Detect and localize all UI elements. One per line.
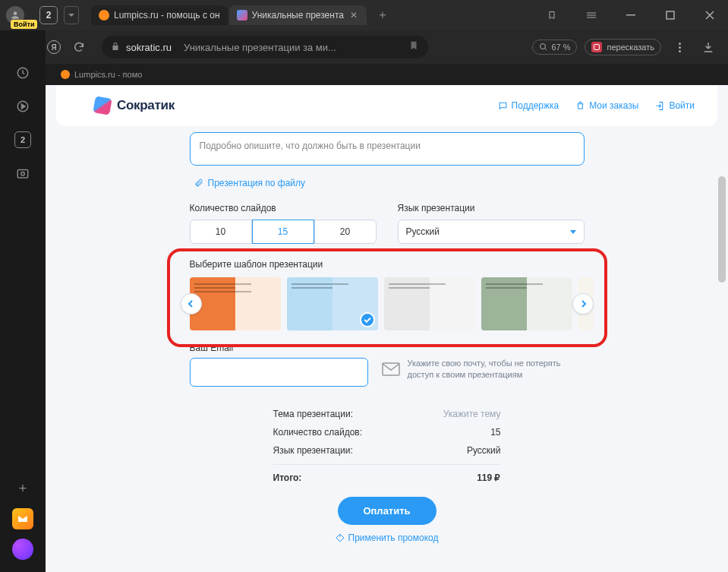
svg-rect-3	[626, 14, 635, 16]
tab-title: Уникальные презента	[252, 10, 344, 21]
add-panel-icon[interactable]: +	[12, 478, 33, 499]
bookmark-header-icon[interactable]	[540, 3, 564, 27]
pinned-tab-title[interactable]: Lumpics.ru - помо	[74, 70, 142, 79]
history-icon[interactable]	[12, 62, 33, 84]
new-tab-button[interactable]: +	[373, 5, 392, 25]
file-upload-link[interactable]: Презентация по файлу	[194, 178, 306, 188]
url-field[interactable]: sokratic.ru Уникальные презентации за ми…	[102, 36, 428, 58]
tabs-dropdown[interactable]	[64, 6, 79, 24]
template-thumbnail[interactable]	[190, 277, 281, 330]
template-label: Выберите шаблон презентации	[190, 259, 585, 270]
email-hint: Укажите свою почту, чтобы не потерять до…	[382, 343, 585, 387]
language-select[interactable]: Русский	[398, 220, 585, 244]
description-textarea[interactable]	[190, 132, 585, 166]
bookmark-icon[interactable]	[408, 40, 419, 54]
svg-point-5	[540, 44, 546, 49]
tag-icon	[336, 533, 345, 542]
lock-icon	[111, 40, 120, 54]
template-thumbnail[interactable]	[384, 277, 475, 330]
menu-icon[interactable]	[579, 3, 604, 27]
slides-count-label: Количество слайдов	[190, 203, 377, 213]
minimize-button[interactable]	[619, 3, 643, 27]
zoom-indicator[interactable]: 67 %	[532, 40, 577, 55]
reload-icon[interactable]	[68, 36, 90, 58]
browser-tab[interactable]: Уникальные презента ✕	[229, 5, 367, 25]
svg-rect-10	[383, 363, 399, 375]
close-button[interactable]	[698, 3, 722, 27]
login-badge[interactable]: Войти	[11, 20, 37, 29]
svg-point-9	[21, 172, 25, 176]
retell-icon	[591, 42, 602, 52]
svg-rect-2	[587, 17, 596, 18]
window-titlebar: Войти 2 Lumpics.ru - помощь с он Уникаль…	[0, 0, 728, 30]
attachment-icon	[194, 179, 203, 188]
pinned-favicon-icon	[61, 70, 70, 79]
retell-button[interactable]: пересказать	[585, 39, 661, 55]
carousel-next-button[interactable]	[572, 293, 594, 314]
tab-favicon-icon	[237, 10, 247, 21]
browser-sidebar: 2 +	[0, 30, 46, 572]
brand[interactable]: Сократик	[94, 97, 175, 114]
tab-counter-sidebar[interactable]: 2	[12, 129, 33, 150]
template-thumbnail[interactable]	[287, 277, 378, 330]
tab-title: Lumpics.ru - помощь с он	[114, 10, 220, 21]
login-link[interactable]: Войти	[655, 100, 695, 111]
pinned-tabs-bar: Lumpics.ru - помо	[46, 64, 728, 85]
email-label: Ваш Email	[190, 343, 368, 353]
orders-link[interactable]: Мои заказы	[575, 100, 638, 111]
slide-option[interactable]: 20	[314, 220, 377, 244]
pay-button[interactable]: Оплатить	[338, 497, 436, 525]
order-summary: Тема презентации:Укажите тему Количество…	[273, 405, 501, 543]
chevron-down-icon	[570, 230, 576, 234]
mail-icon[interactable]	[12, 508, 33, 529]
tab-favicon-icon	[99, 10, 109, 21]
slide-option[interactable]: 15	[252, 220, 314, 244]
template-thumbnail[interactable]	[481, 277, 572, 330]
support-link[interactable]: Поддержка	[498, 100, 559, 111]
mail-icon	[382, 362, 400, 376]
total-value: 119 ₽	[477, 472, 500, 483]
maximize-button[interactable]	[658, 3, 682, 27]
slide-option[interactable]: 10	[190, 220, 252, 244]
check-icon	[360, 312, 375, 327]
svg-rect-8	[17, 170, 28, 179]
brand-logo-icon	[93, 96, 112, 115]
scrollbar[interactable]	[718, 85, 726, 572]
svg-rect-1	[587, 15, 596, 16]
downloads-icon[interactable]	[698, 36, 719, 58]
brand-name: Сократик	[117, 98, 175, 113]
screenshot-icon[interactable]	[12, 163, 33, 184]
total-label: Итого:	[273, 472, 302, 483]
url-domain: sokratic.ru	[126, 42, 172, 53]
alice-icon[interactable]	[12, 539, 33, 560]
email-field[interactable]	[190, 358, 368, 387]
language-label: Язык презентации	[398, 203, 585, 213]
address-bar: Я sokratic.ru Уникальные презентации за …	[0, 30, 728, 64]
url-title: Уникальные презентации за ми...	[184, 42, 336, 53]
play-icon[interactable]	[12, 96, 33, 117]
slides-options: 10 15 20	[190, 220, 377, 244]
tab-counter[interactable]: 2	[39, 6, 58, 24]
carousel-prev-button[interactable]	[181, 293, 202, 314]
promo-link[interactable]: Применить промокод	[273, 532, 501, 543]
browser-tab[interactable]: Lumpics.ru - помощь с он	[91, 5, 228, 25]
tab-close-icon[interactable]: ✕	[348, 10, 359, 21]
svg-point-11	[339, 536, 340, 536]
page-content: Сократик Поддержка Мои заказы Войти През…	[46, 85, 728, 572]
yandex-logo-icon[interactable]: Я	[47, 40, 61, 54]
svg-rect-0	[587, 13, 596, 14]
svg-rect-4	[667, 11, 674, 19]
scrollbar-thumb[interactable]	[718, 176, 726, 283]
site-header: Сократик Поддержка Мои заказы Войти	[56, 85, 717, 126]
more-icon[interactable]	[669, 36, 690, 58]
template-carousel	[190, 277, 585, 330]
user-menu[interactable]: Войти	[6, 6, 24, 24]
